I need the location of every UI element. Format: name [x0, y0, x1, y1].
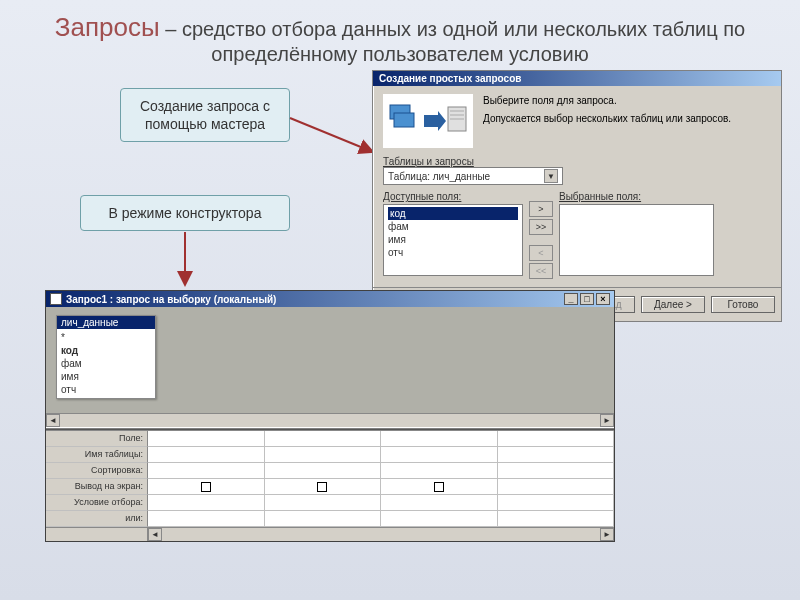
grid-cell[interactable] — [148, 479, 264, 495]
grid-cell[interactable] — [498, 447, 614, 463]
scroll-left-icon[interactable]: ◄ — [148, 528, 162, 541]
grid-cell[interactable] — [265, 447, 381, 463]
design-grid[interactable]: Поле: Имя таблицы: Сортировка: Вывод на … — [46, 430, 614, 527]
svg-marker-6 — [424, 111, 446, 131]
grid-cell[interactable] — [265, 495, 381, 511]
title-rest: – средство отбора данных из одной или не… — [160, 18, 746, 65]
remove-button[interactable]: < — [529, 245, 553, 261]
list-item[interactable]: код — [388, 207, 518, 220]
add-all-button[interactable]: >> — [529, 219, 553, 235]
grid-label: Вывод на экран: — [46, 479, 148, 495]
svg-rect-5 — [394, 113, 414, 127]
list-item[interactable]: имя — [388, 233, 518, 246]
selected-label: Выбранные поля: — [559, 191, 714, 202]
grid-cell[interactable] — [381, 463, 497, 479]
horizontal-scrollbar[interactable]: ◄ ► — [46, 413, 614, 427]
maximize-icon[interactable]: □ — [580, 293, 594, 305]
checkbox[interactable] — [201, 482, 211, 492]
dropdown-icon[interactable]: ▼ — [544, 169, 558, 183]
title-strong: Запросы — [55, 12, 160, 42]
grid-cell[interactable] — [381, 479, 497, 495]
callout-designer: В режиме конструктора — [80, 195, 290, 231]
page-title: Запросы – средство отбора данных из одно… — [0, 0, 800, 70]
grid-cell[interactable] — [265, 463, 381, 479]
grid-cell[interactable] — [381, 495, 497, 511]
grid-cell[interactable] — [148, 495, 264, 511]
available-label: Доступные поля: — [383, 191, 523, 202]
grid-cell[interactable] — [148, 463, 264, 479]
wizard-table-select[interactable]: Таблица: лич_данные ▼ — [383, 167, 563, 185]
field-item[interactable]: отч — [61, 383, 151, 396]
scroll-left-icon[interactable]: ◄ — [46, 414, 60, 427]
scroll-right-icon[interactable]: ► — [600, 414, 614, 427]
grid-cell[interactable] — [498, 511, 614, 527]
field-item[interactable]: имя — [61, 370, 151, 383]
table-box[interactable]: лич_данные * код фам имя отч — [56, 315, 156, 399]
callout-wizard: Создание запроса с помощью мастера — [120, 88, 290, 142]
wizard-artwork — [383, 94, 473, 148]
grid-cell[interactable] — [498, 495, 614, 511]
field-item[interactable]: фам — [61, 357, 151, 370]
grid-cell[interactable] — [381, 511, 497, 527]
selected-fields-list[interactable] — [559, 204, 714, 276]
grid-cell[interactable] — [148, 447, 264, 463]
grid-scrollbar[interactable]: ◄ ► — [46, 527, 614, 541]
grid-cell[interactable] — [148, 431, 264, 447]
grid-cell[interactable] — [381, 447, 497, 463]
wizard-dialog: Создание простых запросов Выберите поля … — [372, 70, 782, 322]
grid-cell[interactable] — [148, 511, 264, 527]
checkbox[interactable] — [317, 482, 327, 492]
designer-upper-pane[interactable]: лич_данные * код фам имя отч ◄ ► — [46, 307, 614, 427]
field-item[interactable]: код — [61, 344, 151, 357]
next-button[interactable]: Далее > — [641, 296, 705, 313]
remove-all-button[interactable]: << — [529, 263, 553, 279]
designer-window: Запрос1 : запрос на выборку (локальный) … — [45, 290, 615, 542]
grid-label: или: — [46, 511, 148, 527]
available-fields-list[interactable]: код фам имя отч — [383, 204, 523, 276]
grid-cell[interactable] — [265, 479, 381, 495]
grid-cell[interactable] — [381, 431, 497, 447]
grid-cell[interactable] — [498, 479, 614, 495]
grid-label: Сортировка: — [46, 463, 148, 479]
minimize-icon[interactable]: _ — [564, 293, 578, 305]
close-icon[interactable]: × — [596, 293, 610, 305]
query-icon — [50, 293, 62, 305]
grid-cell[interactable] — [498, 431, 614, 447]
finish-button[interactable]: Готово — [711, 296, 775, 313]
grid-label: Поле: — [46, 431, 148, 447]
wizard-instructions: Выберите поля для запроса. Допускается в… — [483, 94, 731, 148]
grid-cell[interactable] — [265, 431, 381, 447]
grid-cell[interactable] — [498, 463, 614, 479]
list-item[interactable]: отч — [388, 246, 518, 259]
grid-label: Имя таблицы: — [46, 447, 148, 463]
svg-line-1 — [290, 118, 373, 152]
list-item[interactable]: фам — [388, 220, 518, 233]
wizard-titlebar: Создание простых запросов — [373, 71, 781, 86]
field-item[interactable]: * — [61, 331, 151, 344]
checkbox[interactable] — [434, 482, 444, 492]
wizard-tables-label: Таблицы и запросы — [383, 156, 771, 167]
table-name: лич_данные — [57, 316, 155, 329]
add-button[interactable]: > — [529, 201, 553, 217]
designer-titlebar: Запрос1 : запрос на выборку (локальный) … — [46, 291, 614, 307]
grid-cell[interactable] — [265, 511, 381, 527]
scroll-right-icon[interactable]: ► — [600, 528, 614, 541]
grid-label: Условие отбора: — [46, 495, 148, 511]
